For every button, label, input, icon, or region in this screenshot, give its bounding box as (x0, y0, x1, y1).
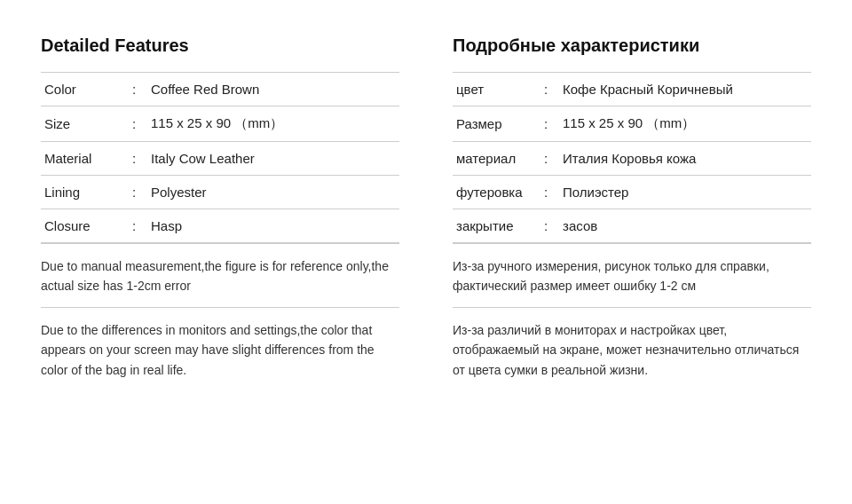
left-note-2: Due to the differences in monitors and s… (41, 307, 399, 390)
row-value: Polyester (147, 176, 399, 209)
left-note-1: Due to manual measurement,the figure is … (41, 243, 399, 307)
row-label: цвет (453, 73, 532, 106)
row-colon: : (121, 176, 147, 209)
row-value: 115 x 25 x 90 （mm） (147, 106, 399, 142)
left-panel: Detailed Features Color : Coffee Red Bro… (0, 18, 426, 486)
table-row: Lining : Polyester (41, 176, 399, 209)
row-colon: : (121, 209, 147, 243)
row-value: Италия Коровья кожа (559, 142, 811, 176)
row-colon: : (532, 106, 559, 142)
row-label: Material (41, 142, 121, 176)
row-colon: : (121, 106, 147, 142)
table-row: Color : Coffee Red Brown (41, 73, 399, 106)
row-value: Кофе Красный Коричневый (559, 73, 811, 106)
row-colon: : (532, 176, 559, 209)
left-title: Detailed Features (41, 35, 399, 56)
table-row: материал : Италия Коровья кожа (453, 142, 811, 176)
row-label: материал (453, 142, 532, 176)
row-value: 115 x 25 x 90 （mm） (559, 106, 811, 142)
table-row: Size : 115 x 25 x 90 （mm） (41, 106, 399, 142)
page-wrapper: Detailed Features Color : Coffee Red Bro… (0, 0, 852, 504)
table-row: Размер : 115 x 25 x 90 （mm） (453, 106, 811, 142)
row-label: Closure (41, 209, 121, 243)
row-label: Lining (41, 176, 121, 209)
table-row: закрытие : засов (453, 209, 811, 243)
row-colon: : (121, 73, 147, 106)
row-colon: : (121, 142, 147, 176)
row-label: футеровка (453, 176, 532, 209)
row-colon: : (532, 209, 559, 243)
right-panel: Подробные характеристики цвет : Кофе Кра… (426, 18, 852, 486)
row-label: Size (41, 106, 121, 142)
row-value: Полиэстер (559, 176, 811, 209)
row-value: Coffee Red Brown (147, 73, 399, 106)
right-features-table: цвет : Кофе Красный Коричневый Размер : … (453, 72, 811, 243)
table-row: Closure : Hasp (41, 209, 399, 243)
right-title: Подробные характеристики (453, 35, 811, 56)
right-note-1: Из-за ручного измерения, рисунок только … (453, 243, 811, 307)
row-value: Hasp (147, 209, 399, 243)
row-label: Color (41, 73, 121, 106)
row-value: засов (559, 209, 811, 243)
left-notes: Due to manual measurement,the figure is … (41, 243, 399, 390)
row-colon: : (532, 73, 559, 106)
left-features-table: Color : Coffee Red Brown Size : 115 x 25… (41, 72, 399, 243)
right-notes: Из-за ручного измерения, рисунок только … (453, 243, 811, 390)
row-label: Размер (453, 106, 532, 142)
row-label: закрытие (453, 209, 532, 243)
right-note-2: Из-за различий в мониторах и настройках … (453, 307, 811, 390)
row-value: Italy Cow Leather (147, 142, 399, 176)
table-row: футеровка : Полиэстер (453, 176, 811, 209)
table-row: Material : Italy Cow Leather (41, 142, 399, 176)
table-row: цвет : Кофе Красный Коричневый (453, 73, 811, 106)
row-colon: : (532, 142, 559, 176)
